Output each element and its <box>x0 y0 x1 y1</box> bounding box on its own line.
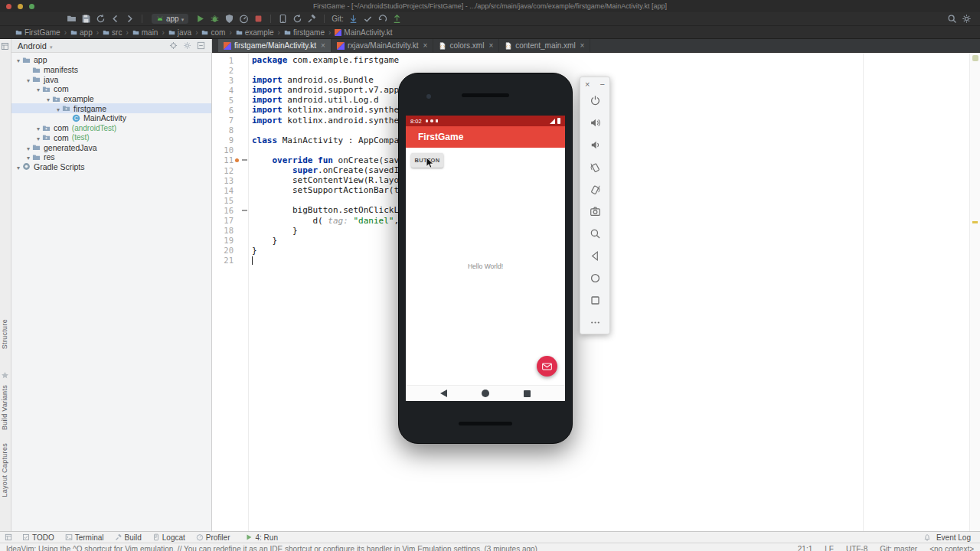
tree-item-com[interactable]: com(androidTest) <box>11 123 211 133</box>
tree-item-res[interactable]: res <box>11 152 211 162</box>
emulator-minimize-icon[interactable] <box>600 77 605 90</box>
code-line[interactable]: 2 <box>212 65 969 75</box>
breadcrumb-item[interactable]: FirstGame <box>15 28 60 37</box>
hide-panel-icon[interactable] <box>197 41 205 50</box>
expander-icon[interactable] <box>44 94 52 103</box>
editor-tab[interactable]: colors.xml <box>433 39 499 52</box>
back-icon[interactable] <box>580 245 609 267</box>
tree-item-java[interactable]: java <box>11 74 211 84</box>
stop-button[interactable] <box>253 14 263 24</box>
close-tab-icon[interactable] <box>579 41 585 50</box>
tree-item-app[interactable]: app <box>11 55 211 65</box>
tool-build[interactable]: Build <box>115 533 142 542</box>
navigate-forward-icon[interactable] <box>125 14 135 24</box>
settings-icon[interactable] <box>962 14 972 24</box>
expander-icon[interactable] <box>24 75 32 84</box>
volume-up-icon[interactable] <box>580 112 609 134</box>
tool-window-switcher-icon[interactable] <box>5 533 12 541</box>
tree-item-com[interactable]: com <box>11 84 211 94</box>
emulator-window[interactable]: 8:02 FirstGame BUTTON Hello World! <box>398 73 573 444</box>
git-commit-icon[interactable] <box>363 14 373 24</box>
breadcrumb-item[interactable]: com <box>191 28 225 37</box>
navigate-back-icon[interactable] <box>110 14 120 24</box>
expander-icon[interactable] <box>15 162 22 171</box>
editor-tab[interactable]: rxjava/MainActivity.kt <box>332 39 433 52</box>
profiler-button[interactable] <box>239 14 249 24</box>
editor-tab[interactable]: content_main.xml <box>499 39 590 52</box>
search-everywhere-icon[interactable] <box>947 14 957 24</box>
debug-button[interactable] <box>210 14 220 24</box>
tool-todo[interactable]: TODO <box>22 533 54 542</box>
expander-icon[interactable] <box>15 55 22 64</box>
fold-icon[interactable] <box>242 159 247 161</box>
emulator-nav-overview[interactable] <box>524 390 531 397</box>
expander-icon[interactable] <box>54 104 62 113</box>
breadcrumb-item[interactable]: src <box>93 28 122 37</box>
project-view-selector[interactable]: Android <box>18 41 52 51</box>
zoom-window-button[interactable] <box>29 4 34 9</box>
sync-icon[interactable] <box>96 14 106 24</box>
emulator-nav-home[interactable] <box>482 390 489 397</box>
close-window-button[interactable] <box>6 4 11 9</box>
close-tab-icon[interactable] <box>422 41 428 50</box>
rotate-right-icon[interactable] <box>580 178 609 201</box>
inspections-indicator-icon[interactable] <box>972 55 978 61</box>
breadcrumb-item[interactable]: main <box>122 28 158 37</box>
tree-item-mainactivity[interactable]: CMainActivity <box>11 113 211 123</box>
avd-manager-icon[interactable] <box>278 14 288 24</box>
tool-build-variants[interactable]: Build Variants <box>1 385 8 430</box>
tool-profiler[interactable]: Profiler <box>196 533 230 542</box>
warning-mark[interactable] <box>972 221 978 223</box>
tool-structure[interactable]: Structure <box>1 319 8 349</box>
breadcrumb-item[interactable]: app <box>60 28 93 37</box>
expander-icon[interactable] <box>34 123 42 132</box>
sync-gradle-icon[interactable] <box>292 14 302 24</box>
close-tab-icon[interactable] <box>487 41 493 50</box>
expander-icon[interactable] <box>34 84 42 93</box>
rotate-left-icon[interactable] <box>580 156 609 178</box>
gutter-marker-icon[interactable] <box>235 158 239 162</box>
more-icon[interactable] <box>580 311 609 334</box>
run-config-selector[interactable]: app <box>152 14 188 24</box>
tree-item-generatedjava[interactable]: generatedJava <box>11 142 211 152</box>
locate-file-icon[interactable] <box>169 41 178 50</box>
home-icon[interactable] <box>580 267 609 289</box>
editor-tab[interactable]: firstgame/MainActivity.kt <box>218 39 332 52</box>
expander-icon[interactable] <box>24 152 32 161</box>
open-file-icon[interactable] <box>67 14 77 24</box>
git-update-icon[interactable] <box>348 14 358 24</box>
overview-icon[interactable] <box>580 289 609 311</box>
emulator-close-icon[interactable] <box>585 77 590 90</box>
tool-layout-captures[interactable]: Layout Captures <box>1 443 8 497</box>
power-icon[interactable] <box>580 90 609 112</box>
tree-item-com[interactable]: com(test) <box>11 133 211 143</box>
encoding-indicator[interactable]: UTF-8 <box>846 545 867 551</box>
git-push-icon[interactable] <box>392 14 402 24</box>
line-separator-indicator[interactable]: LF <box>825 545 834 551</box>
build-icon[interactable] <box>307 14 317 24</box>
breadcrumb-item[interactable]: example <box>225 28 273 37</box>
screenshot-icon[interactable] <box>580 201 609 223</box>
favorites-icon[interactable] <box>1 371 9 380</box>
breadcrumb-item[interactable]: java <box>158 28 191 37</box>
tree-item-example[interactable]: example <box>11 94 211 104</box>
editor-scrollbar[interactable] <box>969 53 980 531</box>
close-tab-icon[interactable] <box>319 41 325 50</box>
emulator-nav-back[interactable] <box>440 390 447 397</box>
code-line[interactable]: 1package com.example.firstgame <box>212 55 969 65</box>
save-all-icon[interactable] <box>81 14 91 24</box>
expander-icon[interactable] <box>34 133 42 142</box>
volume-down-icon[interactable] <box>580 134 609 156</box>
git-revert-icon[interactable] <box>377 14 387 24</box>
coverage-button[interactable] <box>224 14 234 24</box>
tree-item-manifests[interactable]: manifests <box>11 65 211 75</box>
tool-logcat[interactable]: Logcat <box>152 533 185 542</box>
panel-settings-icon[interactable] <box>183 41 191 50</box>
emulator-fab[interactable] <box>537 356 557 377</box>
breadcrumb-item[interactable]: MainActivity.kt <box>325 28 393 37</box>
breadcrumb-item[interactable]: firstgame <box>274 28 325 37</box>
tree-item-gradle-scripts[interactable]: Gradle Scripts <box>11 162 211 172</box>
tree-item-firstgame[interactable]: firstgame <box>11 103 211 113</box>
git-branch-indicator[interactable]: Git: master <box>880 545 917 551</box>
expander-icon[interactable] <box>24 143 32 152</box>
